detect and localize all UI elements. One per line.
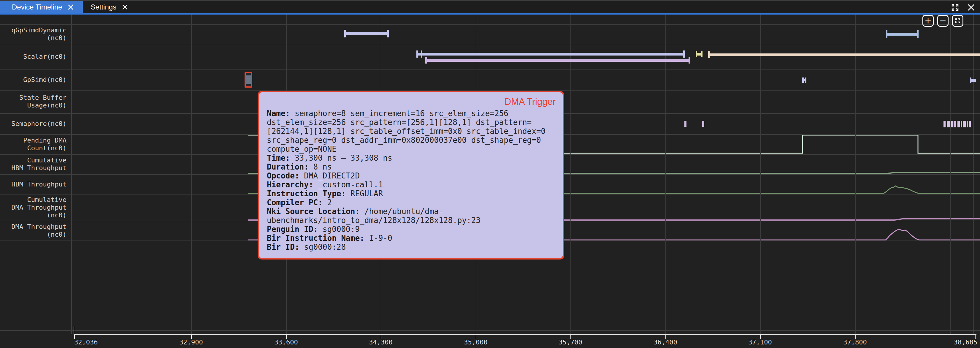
event-bar-cap (421, 51, 422, 57)
event-bar-cap (917, 30, 919, 38)
gridline (191, 14, 192, 334)
row-separator (0, 24, 980, 25)
tooltip-field-label: Opcode: (267, 171, 299, 180)
event-bar-rail (425, 59, 690, 62)
row-label-4: State Buffer Usage(nc0) (0, 90, 71, 113)
event-bar-rail (886, 33, 919, 36)
axis-tick-label: 33,600 (274, 338, 298, 346)
gridline (855, 14, 856, 334)
event-bar-cap (683, 51, 685, 57)
row-label-5: Semaphore(nc0) (0, 113, 71, 134)
timeline-event-tick[interactable] (958, 121, 960, 128)
timeline-event-tick[interactable] (684, 121, 686, 127)
tooltip-field: Compiler PC: 2 (267, 198, 556, 207)
tooltip-field-label: Hierarchy: (267, 180, 313, 189)
tooltip-field: Instruction Type: REGULAR (267, 189, 556, 198)
tooltip-field: Nki Source Location: /home/ubuntu/dma-ub… (267, 207, 556, 225)
tooltip-field-label: Bir Instruction Name: (267, 234, 364, 243)
row-label-6: Pending DMA Count(nc0) (0, 134, 71, 154)
selected-event-highlight[interactable] (245, 72, 252, 88)
axis-tick-label: 32,900 (179, 338, 203, 346)
timeline-event-tick[interactable] (943, 121, 946, 128)
row-label-9: Cumulative DMA Throughput (nc0) (0, 195, 71, 220)
time-axis-left-riser (73, 327, 74, 334)
timeline-event-tick[interactable] (961, 121, 962, 128)
event-bar-cap (886, 30, 888, 38)
timeline-event-bar[interactable] (425, 57, 690, 64)
timeline-event-bar[interactable] (802, 78, 807, 83)
event-bar-cap (425, 57, 427, 64)
tooltip-field: Time: 33,300 ns – 33,308 ns (267, 153, 556, 163)
event-bar-cap (970, 78, 971, 83)
tooltip-body: Name: semaphore=8 sem_increment=16 src_e… (267, 109, 556, 252)
tooltip-field-label: Duration: (267, 163, 309, 171)
tooltip-field: Duration: 8 ns (267, 163, 556, 171)
timeline-event-tick[interactable] (954, 121, 956, 128)
event-bar-cap (708, 51, 710, 58)
row-label-7: Cumulative HBM Throughput (0, 154, 71, 174)
tooltip-field-label: Nki Source Location: (267, 207, 360, 216)
tooltip-field-label: Instruction Type: (267, 189, 346, 198)
tooltip-field-label: Name: (267, 109, 290, 118)
event-bar-cap (689, 57, 690, 64)
timeline-event-bar[interactable] (970, 78, 976, 83)
tooltip-field-label: Compiler PC: (267, 198, 323, 207)
event-bar-cap (696, 51, 697, 57)
timeline-event-bar[interactable] (417, 51, 685, 57)
zoom-out-button[interactable]: − (937, 15, 948, 27)
axis-tick-label: 37,800 (843, 338, 867, 346)
timeline-event-bar[interactable] (696, 51, 703, 57)
zoom-fit-button[interactable] (952, 15, 963, 27)
tooltip-field-label: Penguin ID: (267, 225, 318, 234)
row-label-2: Scalar(nc0) (0, 44, 71, 69)
gridline (950, 14, 951, 334)
tooltip-field-label: Bir ID: (267, 243, 299, 252)
timeline-event-bar[interactable] (708, 51, 980, 58)
row-separator (0, 330, 980, 331)
row-separator (0, 90, 980, 91)
tooltip-field: Bir Instruction Name: I-9-0 (267, 234, 556, 243)
timeline-event-bar[interactable] (886, 30, 919, 38)
zoom-in-button[interactable]: + (923, 15, 934, 27)
row-label-1: qGpSimdDynamic (nc0) (0, 24, 71, 44)
tooltip-field-label: Time: (267, 153, 290, 163)
row-label-8: HBM Throughput (0, 174, 71, 195)
timeline-event-tick[interactable] (951, 121, 953, 128)
event-bar-cap (802, 78, 804, 83)
event-bar-cap (387, 30, 389, 37)
gridline (760, 14, 760, 334)
tooltip-field: Bir ID: sg0000:28 (267, 243, 556, 252)
timeline-event-tick[interactable] (969, 121, 971, 128)
label-column-boundary (71, 14, 72, 334)
axis-tick-label: 35,000 (464, 338, 487, 346)
minus-icon: − (939, 17, 946, 25)
time-axis-line (73, 334, 977, 335)
row-separator (0, 44, 980, 44)
row-label-3: GpSimd(nc0) (0, 69, 71, 90)
axis-tick-label: 38,685 (954, 338, 977, 346)
event-bar-rail (417, 53, 685, 56)
row-label-10: DMA Throughput (nc0) (0, 220, 71, 241)
row-separator (0, 69, 980, 70)
tooltip-title: DMA Trigger (267, 96, 555, 107)
timeline-event-tick[interactable] (963, 121, 966, 128)
axis-tick-label: 32,036 (74, 338, 98, 346)
event-bar-cap (701, 51, 703, 57)
timeline-event-tick[interactable] (702, 121, 704, 127)
axis-tick-label: 36,400 (654, 338, 677, 346)
event-bar-cap (805, 78, 807, 83)
tooltip-field: Hierarchy: _custom-call.1 (267, 180, 556, 189)
tooltip-field: Penguin ID: sg0000:9 (267, 225, 556, 234)
timeline-event-tick[interactable] (967, 121, 968, 128)
event-bar-rail (708, 53, 980, 56)
axis-tick-label: 34,300 (369, 338, 392, 346)
chart-right-boundary (973, 14, 974, 334)
timeline-event-bar[interactable] (344, 30, 389, 37)
timeline-event-tick[interactable] (947, 121, 950, 128)
tooltip-field: Opcode: DMA_DIRECT2D (267, 171, 556, 180)
tooltip-field: Name: semaphore=8 sem_increment=16 src_e… (267, 109, 556, 153)
event-bar-rail (344, 32, 389, 35)
plus-icon: + (924, 17, 931, 25)
device-timeline-window: Device Timeline Settings qGpSimdD (0, 0, 980, 348)
event-bar-cap (417, 51, 418, 57)
